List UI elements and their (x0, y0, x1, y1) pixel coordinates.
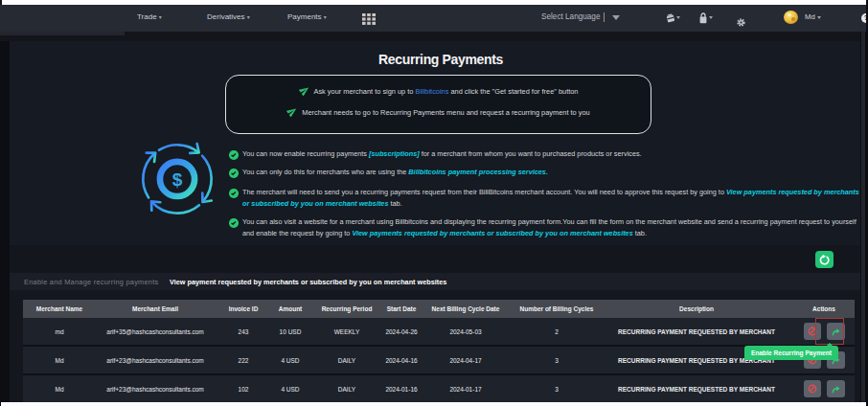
svg-text:$: $ (172, 169, 183, 190)
